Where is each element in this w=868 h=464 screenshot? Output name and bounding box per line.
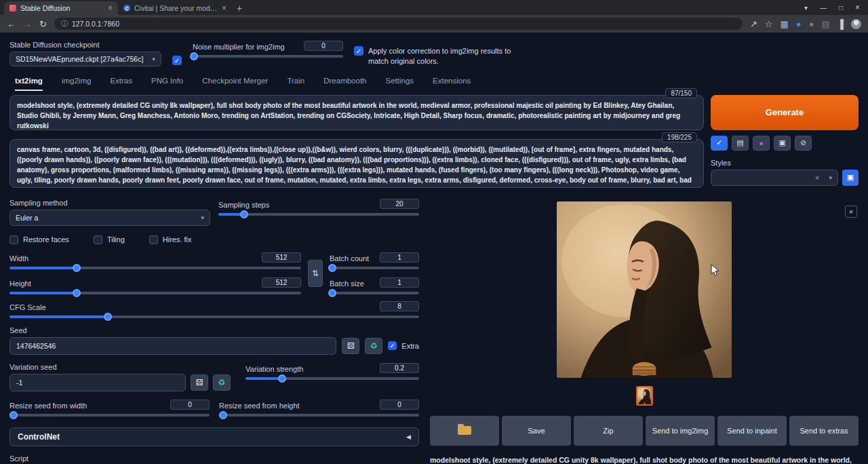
zip-button[interactable]: Zip	[574, 416, 643, 446]
restore-faces-checkbox[interactable]: Restore faces	[9, 235, 69, 244]
sampling-method-dropdown[interactable]: Euler a ▾	[9, 210, 210, 226]
batch-count-slider[interactable]	[330, 267, 419, 269]
clear-selection-icon[interactable]: ×	[815, 174, 819, 182]
extension-dot-icon[interactable]: ●	[796, 20, 802, 28]
noise-multiplier-value[interactable]: 0	[304, 41, 343, 51]
share-icon[interactable]: ↗	[750, 20, 757, 28]
send-to-img2img-button[interactable]: Send to img2img	[646, 416, 715, 446]
checkbox-box[interactable]	[94, 235, 102, 244]
tab-close-icon[interactable]: ×	[108, 3, 113, 13]
forward-icon[interactable]: →	[23, 20, 32, 28]
cfg-scale-value[interactable]: 8	[380, 301, 419, 311]
checkbox-box[interactable]	[149, 235, 158, 244]
checkbox-box[interactable]: ✓	[388, 341, 397, 350]
save-button[interactable]: Save	[502, 416, 571, 446]
sampling-steps-value[interactable]: 20	[380, 199, 419, 209]
hires-fix-checkbox[interactable]: Hires. fix	[149, 235, 192, 244]
sampling-method-value: Euler a	[16, 214, 197, 222]
save-style-button[interactable]: ⊘	[795, 136, 812, 151]
reload-icon[interactable]: ↻	[39, 20, 47, 28]
variation-seed-input[interactable]: -1	[9, 374, 186, 391]
resize-seed-height-value[interactable]: 0	[380, 400, 419, 410]
quicksettings-checkbox[interactable]: ✓	[172, 56, 182, 65]
browser-tab-stable-diffusion[interactable]: Stable Diffusion ×	[4, 1, 118, 15]
gallery-thumbnail[interactable]	[636, 386, 653, 406]
cfg-scale-slider[interactable]	[9, 315, 419, 318]
site-info-icon[interactable]: ⓘ	[61, 19, 68, 28]
resize-seed-width-slider[interactable]	[9, 414, 210, 417]
variation-strength-value[interactable]: 0.2	[380, 363, 419, 373]
extra-seed-checkbox[interactable]: ✓ Extra	[388, 341, 419, 350]
checkbox-box[interactable]	[9, 235, 18, 244]
sampling-steps-slider[interactable]	[218, 213, 419, 216]
tab-dreambooth[interactable]: Dreambooth	[323, 77, 366, 91]
swap-dimensions-button[interactable]: ⇅	[308, 260, 323, 287]
tiling-checkbox[interactable]: Tiling	[94, 235, 125, 244]
height-value[interactable]: 512	[262, 277, 301, 288]
batch-count-value[interactable]: 1	[380, 252, 419, 263]
restore-faces-label: Restore faces	[23, 235, 69, 244]
recycle-icon: ♻	[218, 378, 226, 387]
resize-seed-height-slider[interactable]	[219, 414, 419, 417]
random-seed-button[interactable]: ⚄	[342, 338, 359, 354]
tab-extras[interactable]: Extras	[110, 77, 132, 91]
close-gallery-icon[interactable]: ×	[845, 206, 857, 218]
extension-dot2-icon[interactable]: ●	[809, 20, 814, 28]
controlnet-accordion[interactable]: ControlNet ◀	[9, 427, 419, 446]
window-close-button[interactable]: ×	[855, 3, 860, 12]
batch-size-slider[interactable]	[330, 292, 419, 294]
tab-train[interactable]: Train	[287, 77, 304, 91]
open-folder-button[interactable]	[430, 416, 499, 446]
tab-extensions[interactable]: Extensions	[433, 77, 471, 91]
color-correction-checkbox[interactable]: ✓	[354, 46, 363, 56]
window-maximize-button[interactable]: □	[839, 4, 843, 12]
tab-checkpoint-merger[interactable]: Checkpoint Merger	[202, 77, 268, 91]
negative-prompt-textarea[interactable]: canvas frame, cartoon, 3d, ((disfigured)…	[9, 139, 704, 188]
resize-seed-width-value[interactable]: 0	[170, 400, 210, 410]
apply-styles-button[interactable]: ▣	[842, 170, 859, 186]
checkpoint-dropdown[interactable]: SD15NewVAEpruned.ckpt [27a4ac756c] ▾	[9, 52, 161, 66]
apply-style-button[interactable]: ▣	[774, 136, 791, 151]
variation-strength-label: Variation strength	[245, 365, 303, 373]
dice-icon: ⚄	[347, 341, 354, 351]
slash-icon: ⊘	[800, 138, 806, 147]
generated-image[interactable]	[557, 201, 732, 378]
tab-img2img[interactable]: img2img	[62, 77, 91, 91]
generate-button[interactable]: Generate	[711, 95, 859, 130]
height-slider[interactable]	[9, 292, 301, 294]
profile-avatar[interactable]	[851, 19, 861, 29]
extension-lines-icon[interactable]: ▤	[821, 20, 829, 28]
tab-settings[interactable]: Settings	[386, 77, 414, 91]
reuse-seed-button[interactable]: ♻	[365, 338, 382, 354]
tab-close-icon[interactable]: ×	[222, 3, 226, 13]
style-palette-button[interactable]: ●	[753, 136, 770, 151]
clear-prompt-button[interactable]: ▤	[732, 136, 749, 151]
back-icon[interactable]: ←	[7, 20, 16, 28]
sidebar-toggle-icon[interactable]: ▐	[837, 20, 844, 28]
seed-input[interactable]: 1476462546	[9, 337, 336, 355]
batch-size-value[interactable]: 1	[380, 277, 419, 288]
variation-strength-slider[interactable]	[245, 377, 419, 380]
prompt-textarea[interactable]: modelshoot style, (extremely detailed CG…	[9, 95, 704, 130]
send-to-inpaint-button[interactable]: Send to inpaint	[717, 416, 787, 446]
address-bar[interactable]: ⓘ 127.0.0.1:7860	[54, 18, 743, 30]
window-minimize-button[interactable]: —	[820, 4, 827, 12]
new-tab-button[interactable]: +	[232, 1, 247, 15]
width-value[interactable]: 512	[262, 252, 301, 263]
width-slider[interactable]	[9, 267, 301, 269]
bookmark-star-icon[interactable]: ☆	[765, 20, 773, 28]
extension-grid-icon[interactable]: ▦	[780, 20, 788, 28]
reuse-variation-seed-button[interactable]: ♻	[213, 374, 231, 391]
sampling-method-label: Sampling method	[9, 199, 210, 207]
noise-multiplier-slider[interactable]	[193, 55, 343, 58]
accordion-arrow-icon: ◀	[406, 433, 411, 440]
browser-tab-civitai[interactable]: C Civitai | Share your models ×	[118, 1, 232, 15]
styles-dropdown[interactable]: × ▾	[711, 170, 838, 186]
random-variation-seed-button[interactable]: ⚄	[191, 374, 208, 391]
send-to-extras-button[interactable]: Send to extras	[789, 416, 859, 446]
tab-png-info[interactable]: PNG Info	[151, 77, 183, 91]
tab-txt2img[interactable]: txt2img	[15, 77, 43, 91]
noise-multiplier-label: Noise multiplier for img2img	[193, 43, 285, 51]
paste-params-button[interactable]: ✓	[711, 136, 728, 151]
browser-menu-chevron-icon[interactable]: ▾	[804, 4, 808, 12]
